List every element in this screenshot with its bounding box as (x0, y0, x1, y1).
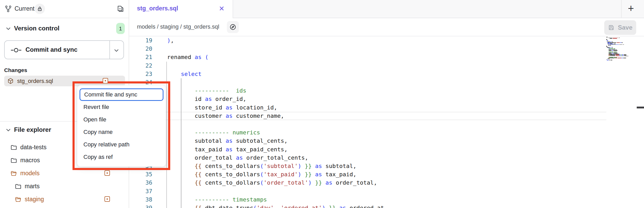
code-line-30: ---------- numerics (167, 129, 260, 136)
menu-item-copy-name[interactable]: Copy name (77, 126, 166, 138)
folder-label: staging (25, 196, 44, 203)
version-control-title: Version control (14, 25, 60, 32)
chevron-down-icon[interactable] (6, 27, 11, 30)
code-line-28: customer as customer_name, (167, 113, 284, 119)
menu-item-commit-file-and-sync[interactable]: Commit file and sync (80, 88, 163, 101)
code-line-25: ---------- ids (167, 87, 246, 94)
scrollbar-thumb[interactable] (637, 107, 644, 108)
folder-open-icon (15, 196, 22, 203)
line-number: 19 (129, 37, 155, 44)
line-number: 36 (129, 179, 155, 186)
split-button-divider (109, 41, 110, 59)
folder-closed-icon (10, 144, 17, 151)
editor-minimap[interactable] (606, 37, 638, 61)
folder-closed-icon (15, 183, 22, 190)
duplicate-document-icon[interactable] (116, 5, 125, 13)
folder-label: marts (25, 183, 40, 190)
folder-label: macros (20, 157, 40, 164)
code-line-21: renamed as ( (167, 54, 208, 60)
code-line-39: {{ dbt.date_trunc('day', 'ordered_at') }… (167, 205, 384, 208)
save-label: Save (618, 24, 632, 31)
code-line-27: store_id as location_id, (167, 104, 277, 111)
model-cube-icon (7, 78, 14, 84)
chevron-down-icon[interactable] (114, 49, 119, 52)
code-line-32: tax_paid as tax_paid_cents, (167, 146, 288, 153)
line-number: 37 (129, 188, 155, 194)
code-line-23: select (167, 71, 201, 77)
lock-icon (37, 6, 42, 11)
menu-item-revert-file[interactable]: Revert file (77, 101, 166, 113)
folder-open-icon (10, 170, 17, 177)
code-line-31: subtotal as subtotal_cents, (167, 138, 288, 144)
menu-item-copy-as-ref[interactable]: Copy as ref (77, 151, 166, 163)
modified-file-icon (103, 78, 108, 83)
file-context-menu: Commit file and syncRevert fileOpen file… (77, 85, 166, 167)
folder-label: data-tests (20, 144, 47, 151)
file-explorer-title: File explorer (14, 126, 51, 133)
line-number: 35 (129, 171, 155, 178)
folder-label: models (20, 170, 40, 177)
code-line-38: ---------- timestamps (167, 196, 267, 203)
folder-row-marts[interactable]: marts (0, 180, 129, 193)
chevron-down-icon[interactable] (6, 128, 11, 132)
code-editor[interactable]: 19),2021renamed as (2223 select2425 ----… (129, 36, 644, 208)
tab-stg-orders[interactable]: stg_orders.sql ✕ (129, 0, 233, 18)
tab-bar: stg_orders.sql ✕ + (129, 0, 644, 18)
changed-file-name: stg_orders.sql (17, 78, 53, 84)
commit-and-sync-button[interactable]: Commit and sync (4, 40, 124, 59)
folder-row-models[interactable]: models (0, 167, 129, 180)
menu-item-copy-relative-path[interactable]: Copy relative path (77, 138, 166, 151)
indent-guide (166, 62, 167, 208)
changes-section-title: Changes (4, 67, 27, 73)
compass-icon (229, 24, 236, 30)
code-line-19: ), (167, 37, 174, 44)
branch-topbar: Current (0, 0, 129, 18)
changes-count-badge: 1 (116, 23, 125, 34)
new-tab-plus-icon[interactable]: + (628, 3, 634, 14)
menu-item-open-file[interactable]: Open file (77, 113, 166, 126)
line-number: 23 (129, 71, 155, 77)
line-number: 38 (129, 196, 155, 203)
breadcrumb-bar: models / staging / stg_orders.sql Save (129, 18, 644, 36)
open-in-lineage-button[interactable] (227, 21, 239, 33)
line-number: 22 (129, 62, 155, 69)
folder-row-staging[interactable]: staging (0, 193, 129, 206)
code-line-34: {{ cents_to_dollars('subtotal') }} as su… (167, 163, 357, 169)
line-number: 21 (129, 54, 155, 60)
line-number: 24 (129, 79, 155, 86)
commit-and-sync-label: Commit and sync (25, 46, 77, 53)
code-line-36: {{ cents_to_dollars('order_total') }} as… (167, 179, 377, 186)
branch-name: Current (15, 5, 35, 12)
tab-title: stg_orders.sql (137, 5, 178, 12)
line-number: 20 (129, 46, 155, 52)
branch-lock-badge (35, 4, 45, 14)
version-control-header[interactable]: Version control 1 (0, 23, 129, 34)
modified-folder-icon (104, 196, 110, 202)
git-commit-icon (10, 47, 22, 54)
git-branch-icon (5, 5, 12, 12)
breadcrumb: models / staging / stg_orders.sql (137, 23, 219, 30)
close-tab-icon[interactable]: ✕ (219, 5, 225, 13)
folder-closed-icon (10, 157, 17, 164)
line-number: 39 (129, 205, 155, 208)
code-line-26: id as order_id, (167, 96, 246, 102)
floppy-disk-icon (608, 24, 615, 31)
dbt-ide-app: Current Version control 1 Comm (0, 0, 644, 208)
save-button[interactable]: Save (604, 20, 636, 35)
code-line-33: order_total as order_total_cents, (167, 154, 308, 161)
code-line-35: {{ cents_to_dollars('tax_paid') }} as ta… (167, 171, 357, 178)
new-tab-zone: + (621, 0, 644, 18)
modified-folder-icon (104, 170, 110, 176)
